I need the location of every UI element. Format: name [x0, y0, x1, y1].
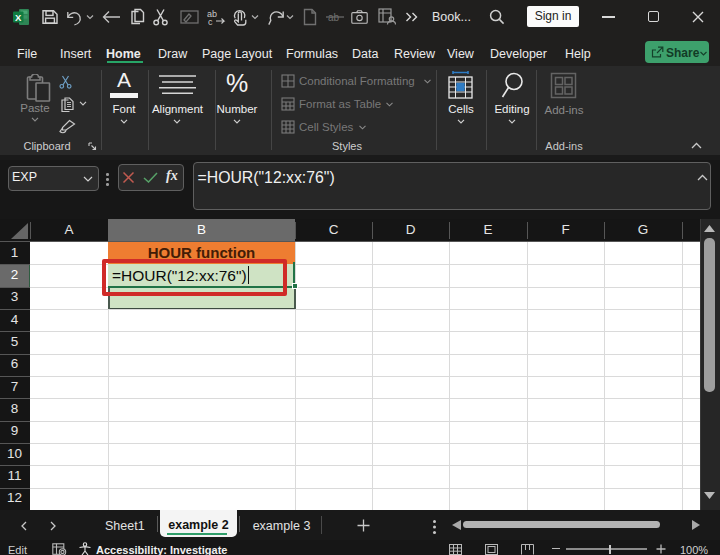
svg-text:c: c [208, 17, 213, 26]
svg-text:X: X [15, 12, 22, 23]
